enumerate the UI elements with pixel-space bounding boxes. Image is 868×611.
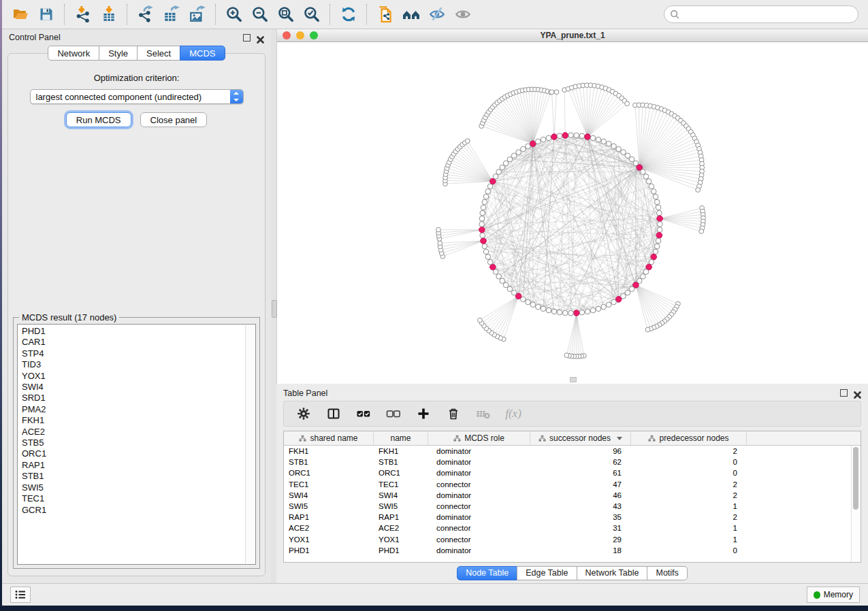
tab-mcds[interactable]: MCDS [180, 46, 225, 61]
table-row[interactable]: YOX1YOX1connector291 [284, 534, 861, 545]
network-overview-button[interactable] [398, 3, 424, 26]
mcds-result-item[interactable]: SWI5 [22, 482, 244, 493]
search-input[interactable] [680, 9, 852, 20]
save-session-button[interactable] [33, 3, 59, 26]
select-all-button[interactable] [356, 406, 371, 421]
zoom-selected-button[interactable] [299, 3, 325, 26]
memory-status-dot [814, 591, 820, 599]
table-cell: dominator [428, 458, 530, 466]
refresh-layout-button[interactable] [336, 3, 361, 26]
tab-node-table[interactable]: Node Table [457, 566, 517, 580]
table-row[interactable]: ACE2ACE2connector311 [284, 523, 861, 533]
zoom-out-button[interactable] [247, 3, 273, 26]
table-row[interactable]: SWI5SWI5connector431 [284, 501, 861, 512]
mcds-result-item[interactable]: TEC1 [22, 493, 244, 504]
zoom-window-button[interactable] [310, 31, 318, 39]
toolbar-separator [329, 4, 331, 24]
mcds-result-item[interactable]: PMA2 [22, 404, 244, 415]
mcds-result-item[interactable]: YOX1 [22, 371, 244, 382]
mcds-result-item[interactable]: SRD1 [22, 393, 244, 403]
open-network-button[interactable] [7, 3, 33, 26]
tab-network-table[interactable]: Network Table [577, 566, 648, 580]
table-row[interactable]: PHD1PHD1dominator180 [284, 545, 861, 556]
mcds-result-list[interactable]: PHD1CAR1STP4TID3YOX1SWI4SRD1PMA2FKH1ACE2… [17, 324, 256, 565]
column-header-name[interactable]: name [374, 431, 428, 445]
mcds-result-item[interactable]: SWI4 [22, 382, 244, 393]
close-window-button[interactable] [283, 31, 291, 39]
task-history-button[interactable] [10, 587, 31, 603]
scrollbar-thumb[interactable] [853, 447, 858, 510]
tab-motifs[interactable]: Motifs [647, 566, 687, 580]
close-panel-icon[interactable] [257, 34, 264, 42]
mcds-result-item[interactable]: FKH1 [22, 415, 244, 426]
run-mcds-button[interactable]: Run MCDS [66, 112, 131, 127]
column-header-predecessor-nodes[interactable]: predecessor nodes [631, 431, 747, 445]
show-graphics-button[interactable] [450, 3, 476, 26]
table-cell: 43 [530, 502, 631, 510]
table-cell: 1 [631, 502, 747, 510]
mcds-result-group: MCDS result (17 nodes) PHD1CAR1STP4TID3Y… [13, 317, 260, 569]
tab-select[interactable]: Select [137, 46, 180, 61]
tab-style[interactable]: Style [99, 46, 138, 61]
mcds-result-item[interactable]: STB5 [22, 437, 244, 448]
criterion-value: largest connected component (undirected) [31, 92, 230, 102]
import-table-button[interactable] [96, 3, 122, 26]
import-network-button[interactable] [70, 3, 96, 26]
control-panel-tabs: NetworkStyleSelectMCDS [2, 46, 271, 61]
mcds-result-item[interactable]: ORC1 [22, 448, 244, 459]
mcds-result-item[interactable]: TID3 [22, 359, 244, 370]
mcds-list-scrollbar[interactable] [245, 325, 255, 563]
tab-network[interactable]: Network [48, 46, 99, 61]
splitter-grip[interactable] [272, 300, 277, 318]
zoom-selected-icon [303, 5, 321, 23]
column-header-successor-nodes[interactable]: successor nodes [530, 431, 631, 445]
table-cell: FKH1 [374, 447, 428, 455]
float-panel-icon[interactable] [243, 34, 251, 42]
table-row[interactable]: STB1STB1dominator620 [284, 457, 861, 467]
export-network-button[interactable] [133, 3, 159, 26]
close-panel-button[interactable]: Close panel [140, 112, 208, 127]
table-row[interactable]: RAP1RAP1dominator352 [284, 512, 861, 523]
clone-network-button[interactable] [372, 3, 398, 26]
table-settings-button[interactable] [296, 406, 311, 421]
delete-column-button[interactable] [446, 406, 461, 421]
horizontal-splitter-grip[interactable] [570, 377, 577, 382]
zoom-fit-button[interactable] [273, 3, 299, 26]
network-canvas[interactable] [277, 42, 868, 384]
mcds-result-item[interactable]: STP4 [22, 348, 244, 359]
criterion-dropdown[interactable]: largest connected component (undirected) [30, 89, 244, 104]
deselect-all-button[interactable] [386, 406, 401, 421]
add-column-button[interactable] [416, 406, 431, 421]
save-icon [38, 6, 54, 22]
tab-edge-table[interactable]: Edge Table [517, 566, 577, 580]
table-row[interactable]: ORC1ORC1dominator610 [284, 467, 861, 478]
table-row[interactable]: FKH1FKH1dominator962 [284, 446, 861, 457]
spacer [12, 127, 261, 317]
table-row[interactable]: SWI4SWI4dominator462 [284, 490, 861, 501]
zoom-in-button[interactable] [221, 3, 247, 26]
memory-button[interactable]: Memory [807, 587, 860, 603]
import-network-icon [74, 5, 92, 23]
column-header-MCDS-role[interactable]: MCDS role [428, 431, 530, 445]
mcds-result-item[interactable]: ACE2 [22, 427, 244, 437]
float-panel-icon[interactable] [840, 389, 848, 397]
hide-graphics-button[interactable] [424, 3, 450, 26]
mcds-result-item[interactable]: RAP1 [22, 460, 244, 471]
mcds-result-item[interactable]: PHD1 [22, 326, 244, 337]
vertical-splitter[interactable] [271, 29, 276, 583]
memory-label: Memory [824, 590, 853, 599]
export-image-button[interactable] [184, 3, 210, 26]
toggle-panes-button[interactable] [326, 406, 341, 421]
mcds-result-item[interactable]: CAR1 [22, 337, 244, 348]
table-cell: TEC1 [374, 480, 428, 489]
mcds-result-item[interactable]: GCR1 [22, 505, 244, 516]
table-scrollbar[interactable] [851, 446, 861, 562]
search-box[interactable] [664, 5, 858, 23]
table-row[interactable]: TEC1TEC1connector472 [284, 479, 861, 490]
table-cell: TEC1 [284, 480, 374, 489]
mcds-result-item[interactable]: STB1 [22, 471, 244, 482]
minimize-window-button[interactable] [296, 31, 304, 39]
export-table-button[interactable] [159, 3, 184, 26]
close-panel-icon[interactable] [854, 389, 861, 397]
column-header-shared-name[interactable]: shared name [284, 431, 374, 445]
